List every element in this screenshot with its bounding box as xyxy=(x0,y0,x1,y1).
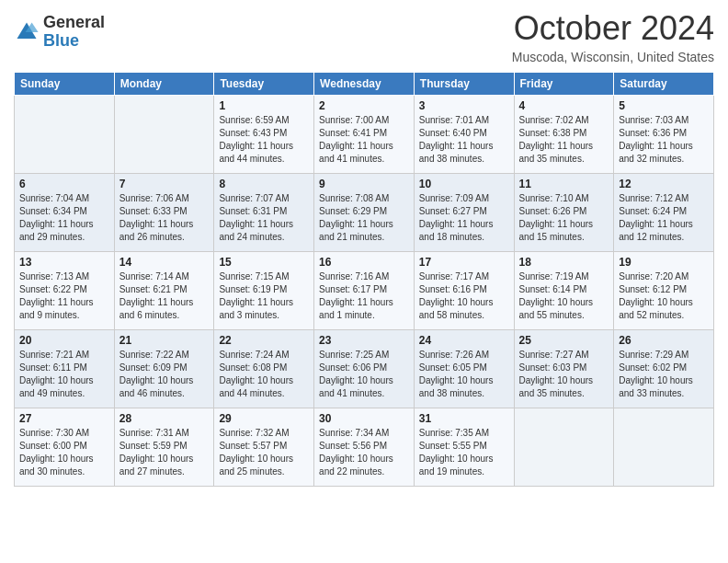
week-row-3: 20Sunrise: 7:21 AMSunset: 6:11 PMDayligh… xyxy=(15,330,714,408)
day-info: Sunrise: 7:35 AMSunset: 5:55 PMDaylight:… xyxy=(419,427,509,478)
calendar-cell: 20Sunrise: 7:21 AMSunset: 6:11 PMDayligh… xyxy=(15,330,115,408)
day-number: 16 xyxy=(319,256,409,269)
calendar-cell: 22Sunrise: 7:24 AMSunset: 6:08 PMDayligh… xyxy=(214,330,314,408)
calendar-cell: 10Sunrise: 7:09 AMSunset: 6:27 PMDayligh… xyxy=(414,174,514,252)
calendar-cell xyxy=(15,96,115,174)
calendar-cell: 26Sunrise: 7:29 AMSunset: 6:02 PMDayligh… xyxy=(614,330,714,408)
day-number: 26 xyxy=(619,334,709,347)
day-info: Sunrise: 7:25 AMSunset: 6:06 PMDaylight:… xyxy=(319,349,409,400)
day-number: 25 xyxy=(519,334,609,347)
calendar-cell: 15Sunrise: 7:15 AMSunset: 6:19 PMDayligh… xyxy=(214,252,314,330)
day-info: Sunrise: 7:29 AMSunset: 6:02 PMDaylight:… xyxy=(619,349,709,400)
day-info: Sunrise: 6:59 AMSunset: 6:43 PMDaylight:… xyxy=(219,114,309,166)
day-number: 19 xyxy=(619,256,709,269)
calendar-cell: 6Sunrise: 7:04 AMSunset: 6:34 PMDaylight… xyxy=(15,174,115,252)
week-row-2: 13Sunrise: 7:13 AMSunset: 6:22 PMDayligh… xyxy=(15,252,714,330)
calendar-cell: 30Sunrise: 7:34 AMSunset: 5:56 PMDayligh… xyxy=(314,408,415,487)
calendar-cell: 19Sunrise: 7:20 AMSunset: 6:12 PMDayligh… xyxy=(614,252,714,330)
calendar-cell: 11Sunrise: 7:10 AMSunset: 6:26 PMDayligh… xyxy=(514,174,614,252)
day-info: Sunrise: 7:14 AMSunset: 6:21 PMDaylight:… xyxy=(119,270,210,322)
calendar-cell: 1Sunrise: 6:59 AMSunset: 6:43 PMDaylight… xyxy=(214,96,314,174)
header: General Blue October 2024 Muscoda, Wisco… xyxy=(14,9,714,64)
day-info: Sunrise: 7:09 AMSunset: 6:27 PMDaylight:… xyxy=(419,192,509,244)
day-info: Sunrise: 7:17 AMSunset: 6:16 PMDaylight:… xyxy=(419,270,509,322)
week-row-4: 27Sunrise: 7:30 AMSunset: 6:00 PMDayligh… xyxy=(15,408,714,487)
day-number: 20 xyxy=(19,334,109,347)
calendar-body: 1Sunrise: 6:59 AMSunset: 6:43 PMDaylight… xyxy=(15,96,714,487)
logo-text: General Blue xyxy=(43,14,105,51)
day-number: 17 xyxy=(419,256,509,269)
header-day-wednesday: Wednesday xyxy=(314,73,415,96)
day-info: Sunrise: 7:06 AMSunset: 6:33 PMDaylight:… xyxy=(119,192,210,244)
calendar-cell: 16Sunrise: 7:16 AMSunset: 6:17 PMDayligh… xyxy=(314,252,415,330)
logo-blue-text: Blue xyxy=(43,32,105,51)
day-number: 8 xyxy=(219,178,309,190)
calendar-header: SundayMondayTuesdayWednesdayThursdayFrid… xyxy=(15,73,714,96)
header-day-sunday: Sunday xyxy=(15,73,115,96)
calendar-cell: 4Sunrise: 7:02 AMSunset: 6:38 PMDaylight… xyxy=(514,96,614,174)
day-info: Sunrise: 7:30 AMSunset: 6:00 PMDaylight:… xyxy=(19,427,109,478)
calendar-cell: 27Sunrise: 7:30 AMSunset: 6:00 PMDayligh… xyxy=(15,408,115,487)
week-row-0: 1Sunrise: 6:59 AMSunset: 6:43 PMDaylight… xyxy=(15,96,714,174)
location: Muscoda, Wisconsin, United States xyxy=(512,50,714,64)
day-number: 10 xyxy=(419,178,509,190)
calendar-cell: 13Sunrise: 7:13 AMSunset: 6:22 PMDayligh… xyxy=(15,252,115,330)
day-info: Sunrise: 7:21 AMSunset: 6:11 PMDaylight:… xyxy=(19,349,109,400)
day-number: 12 xyxy=(619,178,709,190)
day-info: Sunrise: 7:01 AMSunset: 6:40 PMDaylight:… xyxy=(419,114,509,166)
day-info: Sunrise: 7:03 AMSunset: 6:36 PMDaylight:… xyxy=(619,114,709,166)
day-number: 27 xyxy=(19,412,109,425)
day-number: 14 xyxy=(119,256,210,269)
header-row: SundayMondayTuesdayWednesdayThursdayFrid… xyxy=(15,73,714,96)
calendar-cell: 28Sunrise: 7:31 AMSunset: 5:59 PMDayligh… xyxy=(114,408,214,487)
day-number: 22 xyxy=(219,334,309,347)
day-number: 28 xyxy=(119,412,210,425)
page: General Blue October 2024 Muscoda, Wisco… xyxy=(0,0,728,563)
calendar-cell: 8Sunrise: 7:07 AMSunset: 6:31 PMDaylight… xyxy=(214,174,314,252)
calendar-cell: 2Sunrise: 7:00 AMSunset: 6:41 PMDaylight… xyxy=(314,96,415,174)
day-number: 5 xyxy=(619,99,709,112)
logo-general-text: General xyxy=(43,14,105,32)
calendar-cell: 21Sunrise: 7:22 AMSunset: 6:09 PMDayligh… xyxy=(114,330,214,408)
calendar-cell: 31Sunrise: 7:35 AMSunset: 5:55 PMDayligh… xyxy=(414,408,514,487)
calendar-cell: 24Sunrise: 7:26 AMSunset: 6:05 PMDayligh… xyxy=(414,330,514,408)
day-number: 13 xyxy=(19,256,109,269)
day-number: 1 xyxy=(219,99,309,112)
calendar-cell: 7Sunrise: 7:06 AMSunset: 6:33 PMDaylight… xyxy=(114,174,214,252)
calendar-table: SundayMondayTuesdayWednesdayThursdayFrid… xyxy=(14,72,714,487)
day-info: Sunrise: 7:02 AMSunset: 6:38 PMDaylight:… xyxy=(519,114,609,166)
day-number: 6 xyxy=(19,178,109,190)
header-day-thursday: Thursday xyxy=(414,73,514,96)
day-number: 4 xyxy=(519,99,609,112)
month-title: October 2024 xyxy=(512,9,714,48)
calendar-cell xyxy=(514,408,614,487)
day-number: 30 xyxy=(319,412,409,425)
calendar-cell: 12Sunrise: 7:12 AMSunset: 6:24 PMDayligh… xyxy=(614,174,714,252)
day-info: Sunrise: 7:00 AMSunset: 6:41 PMDaylight:… xyxy=(319,114,409,166)
day-info: Sunrise: 7:12 AMSunset: 6:24 PMDaylight:… xyxy=(619,192,709,244)
day-info: Sunrise: 7:13 AMSunset: 6:22 PMDaylight:… xyxy=(19,270,109,322)
day-info: Sunrise: 7:26 AMSunset: 6:05 PMDaylight:… xyxy=(419,349,509,400)
day-info: Sunrise: 7:07 AMSunset: 6:31 PMDaylight:… xyxy=(219,192,309,244)
header-day-tuesday: Tuesday xyxy=(214,73,314,96)
day-info: Sunrise: 7:34 AMSunset: 5:56 PMDaylight:… xyxy=(319,427,409,478)
day-info: Sunrise: 7:32 AMSunset: 5:57 PMDaylight:… xyxy=(219,427,309,478)
day-number: 7 xyxy=(119,178,210,190)
header-day-friday: Friday xyxy=(514,73,614,96)
day-info: Sunrise: 7:04 AMSunset: 6:34 PMDaylight:… xyxy=(19,192,109,244)
calendar-cell: 3Sunrise: 7:01 AMSunset: 6:40 PMDaylight… xyxy=(414,96,514,174)
day-info: Sunrise: 7:31 AMSunset: 5:59 PMDaylight:… xyxy=(119,427,210,478)
day-number: 21 xyxy=(119,334,210,347)
day-number: 23 xyxy=(319,334,409,347)
day-info: Sunrise: 7:16 AMSunset: 6:17 PMDaylight:… xyxy=(319,270,409,322)
day-number: 31 xyxy=(419,412,509,425)
calendar-cell xyxy=(614,408,714,487)
calendar-cell: 9Sunrise: 7:08 AMSunset: 6:29 PMDaylight… xyxy=(314,174,415,252)
day-info: Sunrise: 7:10 AMSunset: 6:26 PMDaylight:… xyxy=(519,192,609,244)
day-info: Sunrise: 7:27 AMSunset: 6:03 PMDaylight:… xyxy=(519,349,609,400)
title-area: October 2024 Muscoda, Wisconsin, United … xyxy=(512,9,714,64)
day-number: 9 xyxy=(319,178,409,190)
header-day-monday: Monday xyxy=(114,73,214,96)
logo: General Blue xyxy=(14,14,105,51)
calendar-cell: 25Sunrise: 7:27 AMSunset: 6:03 PMDayligh… xyxy=(514,330,614,408)
